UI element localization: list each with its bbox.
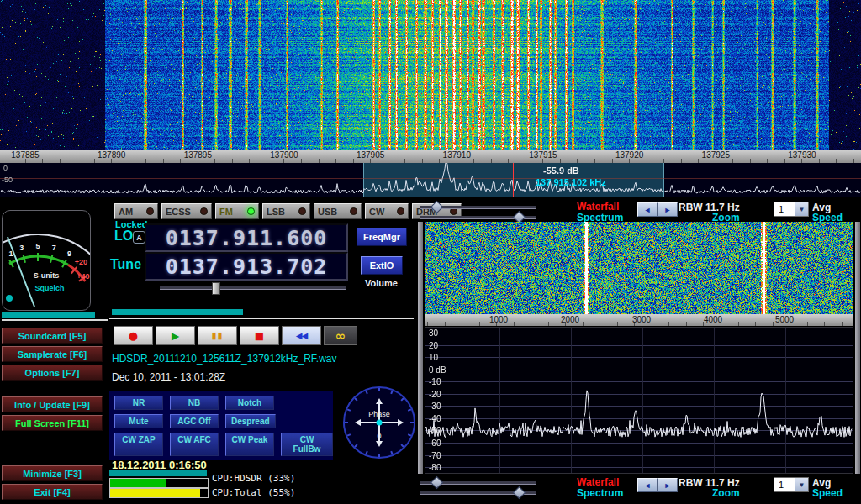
- dsp-button-cw-fullbw[interactable]: CW FullBw: [281, 433, 333, 456]
- volume-slider-thumb[interactable]: [212, 282, 220, 295]
- loop-button[interactable]: ∞: [324, 326, 357, 345]
- smeter-units-label: S-units: [34, 271, 60, 280]
- audio-frequency-label: 1000: [489, 315, 508, 324]
- audio-db-label: 20: [429, 340, 438, 349]
- tune-frequency-display[interactable]: 0137.913.702: [145, 252, 348, 281]
- ruler-frequency-label: 137910: [443, 150, 471, 160]
- mode-button-am[interactable]: AM: [114, 203, 158, 219]
- transport-controls: ●▶▮▮■◀◀∞: [114, 326, 357, 345]
- mode-button-fm[interactable]: FM: [215, 203, 259, 219]
- audio-db-label: 10: [429, 353, 438, 362]
- smeter-scale-label: 7: [52, 244, 56, 252]
- ruler-frequency-label: 137925: [702, 150, 730, 160]
- lo-frequency-display[interactable]: 0137.911.600: [145, 223, 348, 252]
- audio-panel-controls-bottom: WaterfallSpectrum◄►RBW 11.7 HzZoom1▼AvgS…: [416, 475, 861, 499]
- avg-dropdown-value: 1: [774, 478, 795, 491]
- ruler-frequency-label: 137930: [788, 150, 816, 160]
- mode-button-usb[interactable]: USB: [314, 203, 362, 219]
- arrow-right-button[interactable]: ►: [658, 202, 678, 217]
- squelch-knob[interactable]: [6, 295, 13, 302]
- avg-dropdown[interactable]: 1▼: [774, 477, 809, 492]
- pause-button[interactable]: ▮▮: [198, 326, 237, 345]
- zoom-slider[interactable]: [420, 206, 536, 209]
- dsp-row: CW ZAPCW AFCCW PeakCW FullBw: [114, 433, 333, 456]
- shift-slider[interactable]: [420, 216, 536, 219]
- mode-led: [298, 207, 306, 215]
- tune-cursor-line: [513, 163, 514, 197]
- phase-tick: [366, 451, 367, 454]
- slider-thumb[interactable]: [430, 476, 444, 490]
- scroll-arrows: ◄►: [637, 202, 678, 217]
- menu-button-exit[interactable]: Exit [F4]: [2, 484, 103, 500]
- menu-button-minimize[interactable]: Minimize [F3]: [2, 465, 103, 481]
- arrow-left-button[interactable]: ◄: [637, 202, 658, 217]
- mode-button-ecss[interactable]: ECSS: [161, 203, 212, 219]
- dsp-button-agc-off[interactable]: AGC Off: [170, 414, 219, 428]
- rf-waterfall-display[interactable]: [0, 0, 861, 150]
- loop-icon: ∞: [335, 328, 346, 344]
- arrow-left-button[interactable]: ◄: [637, 478, 658, 492]
- audio-db-label: -10: [429, 377, 441, 386]
- dropdown-arrow-icon[interactable]: ▼: [795, 202, 808, 216]
- extio-button[interactable]: ExtIO: [361, 256, 403, 275]
- cpu-hdsdr-text: CPU:HDSDR (33%): [212, 473, 295, 484]
- ruler-frequency-label: 137890: [98, 150, 125, 160]
- menu-button-samplerate[interactable]: Samplerate [F6]: [2, 346, 103, 362]
- rewind-button[interactable]: ◀◀: [282, 326, 321, 345]
- playback-progress-track[interactable]: [109, 318, 414, 319]
- record-button[interactable]: ●: [114, 326, 153, 345]
- menu-button-soundcard[interactable]: Soundcard [F5]: [2, 328, 103, 344]
- freqmgr-button[interactable]: FreqMgr: [357, 228, 407, 246]
- scroll-arrows: ◄►: [637, 478, 678, 492]
- dropdown-arrow-icon[interactable]: ▼: [795, 478, 808, 491]
- playback-progress-fill[interactable]: [112, 309, 243, 315]
- hdsdr-app: 1378851378901378951379001379051379101379…: [0, 0, 861, 504]
- smeter-tick: [50, 255, 52, 263]
- mode-button-lsb[interactable]: LSB: [262, 203, 310, 219]
- spectrum-tab[interactable]: Spectrum: [577, 487, 623, 499]
- lo-a-badge[interactable]: A: [133, 231, 145, 244]
- dsp-button-nr[interactable]: NR: [114, 396, 163, 410]
- squelch-level-bar[interactable]: [2, 312, 95, 318]
- audio-waterfall-display[interactable]: [425, 222, 853, 314]
- rf-frequency-ruler[interactable]: 1378851378901378951379001379051379101379…: [0, 150, 861, 163]
- menu-button-info[interactable]: Info / Update [F9]: [2, 396, 103, 412]
- slider-thumb[interactable]: [430, 201, 444, 214]
- dsp-button-nb[interactable]: NB: [170, 396, 219, 410]
- smeter-scale-label: 9: [67, 249, 71, 258]
- smeter-tick: [24, 255, 25, 263]
- cpu-total-bar-fill: [110, 489, 200, 497]
- arrow-right-button[interactable]: ►: [658, 478, 678, 492]
- phase-dial[interactable]: Phase 0: [341, 385, 417, 460]
- mode-button-cw[interactable]: CW: [365, 203, 409, 219]
- cpu-hdsdr-bar-fill: [110, 479, 166, 487]
- waterfall-tab[interactable]: Waterfall: [577, 476, 619, 488]
- waterfall-tab[interactable]: Waterfall: [577, 201, 619, 213]
- play-button[interactable]: ▶: [156, 326, 195, 345]
- audio-frequency-ruler[interactable]: 10002000300040005000: [425, 314, 853, 326]
- mode-led: [397, 207, 404, 215]
- audio-db-label: 30: [429, 328, 438, 338]
- stop-button[interactable]: ■: [240, 326, 279, 345]
- slider-thumb[interactable]: [513, 486, 526, 500]
- pause-icon: ▮▮: [211, 330, 223, 341]
- shift-slider[interactable]: [420, 491, 536, 495]
- mode-led: [350, 207, 357, 215]
- dsp-button-cw-peak[interactable]: CW Peak: [225, 433, 274, 456]
- mode-label: USB: [318, 207, 337, 217]
- volume-slider[interactable]: [160, 286, 346, 290]
- dsp-button-cw-zap[interactable]: CW ZAP: [114, 433, 163, 456]
- menu-button-full[interactable]: Full Screen [F11]: [2, 415, 103, 431]
- right-scrollbar[interactable]: [855, 222, 860, 474]
- dsp-button-notch[interactable]: Notch: [225, 396, 274, 410]
- dsp-button-mute[interactable]: Mute: [114, 414, 163, 428]
- tune-frequency-readout: 137.915.102 kHz: [536, 177, 606, 187]
- audio-spectrum-display[interactable]: 3020100 dB-10-20-30-40-50-60-70-80: [425, 327, 853, 474]
- rf-spectrum-display[interactable]: 0 -50 -55.9 dB 137.915.102 kHz: [0, 163, 861, 197]
- menu-button-options[interactable]: Options [F7]: [2, 365, 103, 381]
- dsp-button-cw-afc[interactable]: CW AFC: [170, 433, 219, 456]
- dsp-button-despread[interactable]: Despread: [225, 414, 276, 428]
- avg-dropdown[interactable]: 1▼: [774, 202, 809, 217]
- zoom-slider[interactable]: [420, 481, 536, 485]
- left-scrollbar[interactable]: [418, 222, 423, 474]
